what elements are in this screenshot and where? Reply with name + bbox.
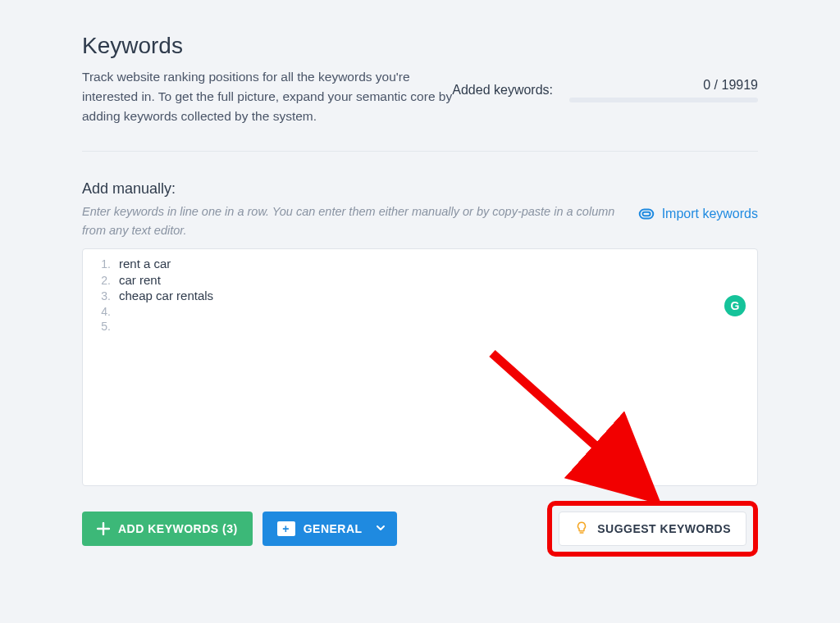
chevron-down-icon bbox=[376, 522, 386, 535]
svg-rect-0 bbox=[639, 210, 653, 219]
folder-plus-icon bbox=[277, 521, 295, 536]
header-left: Keywords Track website ranking positions… bbox=[82, 33, 452, 126]
line-number: 4. bbox=[91, 304, 111, 319]
line-text: cheap car rentals bbox=[119, 288, 213, 304]
editor-line: 3. cheap car rentals bbox=[83, 288, 757, 304]
general-group-button[interactable]: GENERAL bbox=[262, 512, 397, 546]
import-keywords-link[interactable]: Import keywords bbox=[637, 205, 758, 223]
line-number: 5. bbox=[91, 319, 111, 334]
line-text: rent a car bbox=[119, 256, 171, 272]
header-row: Keywords Track website ranking positions… bbox=[82, 33, 758, 152]
editor-line: 5. bbox=[83, 319, 757, 334]
plus-icon bbox=[97, 522, 110, 535]
added-keywords-label: Added keywords: bbox=[452, 83, 553, 98]
suggest-keywords-button[interactable]: SUGGEST KEYWORDS bbox=[559, 512, 746, 546]
general-group-label: GENERAL bbox=[304, 522, 363, 535]
actions-row: ADD KEYWORDS (3) GENERAL SUGGEST KEYWORD… bbox=[82, 501, 758, 557]
svg-rect-1 bbox=[642, 212, 650, 216]
added-stats-wrap: 0 / 19919 bbox=[569, 78, 758, 102]
import-keywords-label: Import keywords bbox=[662, 207, 758, 221]
manual-left: Add manually: Enter keywords in line one… bbox=[82, 180, 615, 240]
editor-line: 2. car rent bbox=[83, 272, 757, 289]
line-number: 2. bbox=[91, 273, 111, 288]
suggest-keywords-label: SUGGEST KEYWORDS bbox=[597, 522, 731, 535]
add-manually-hint: Enter keywords in line one in a row. You… bbox=[82, 202, 615, 240]
page-title: Keywords bbox=[82, 33, 452, 59]
keywords-editor[interactable]: 1. rent a car 2. car rent 3. cheap car r… bbox=[82, 248, 758, 486]
line-number: 1. bbox=[91, 257, 111, 271]
line-number: 3. bbox=[91, 289, 111, 303]
added-keywords-count: 0 / 19919 bbox=[703, 78, 758, 93]
keywords-progress-bar bbox=[569, 98, 758, 102]
attachment-icon bbox=[637, 205, 655, 223]
add-keywords-button[interactable]: ADD KEYWORDS (3) bbox=[82, 512, 253, 546]
add-manually-title: Add manually: bbox=[82, 180, 615, 198]
add-keywords-label: ADD KEYWORDS (3) bbox=[118, 522, 238, 535]
annotation-highlight-box: SUGGEST KEYWORDS bbox=[547, 501, 758, 557]
lightbulb-icon bbox=[574, 521, 589, 538]
added-keywords-stats: Added keywords: 0 / 19919 bbox=[452, 78, 758, 102]
editor-line: 1. rent a car bbox=[83, 256, 757, 272]
line-text: car rent bbox=[119, 272, 161, 289]
editor-line: 4. bbox=[83, 304, 757, 319]
page-subtitle: Track website ranking positions for all … bbox=[82, 67, 452, 126]
manual-row: Add manually: Enter keywords in line one… bbox=[82, 180, 758, 240]
